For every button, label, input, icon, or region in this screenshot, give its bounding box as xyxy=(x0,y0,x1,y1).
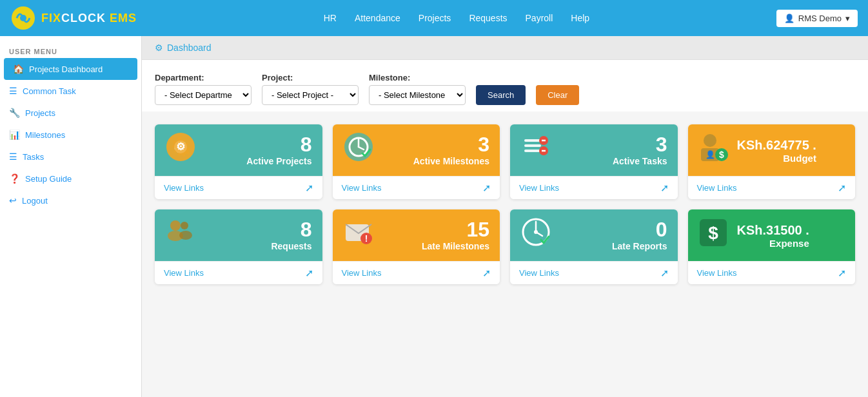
sidebar-label-tasks: Tasks xyxy=(23,152,44,162)
user-name: RMS Demo xyxy=(798,14,842,23)
sidebar-label-milestones: Milestones xyxy=(25,130,65,140)
nav-help[interactable]: Help xyxy=(571,13,589,23)
user-menu[interactable]: 👤 RMS Demo ▾ xyxy=(776,10,858,27)
nav-payroll[interactable]: Payroll xyxy=(526,13,553,23)
card-budget: 👤 $ KSh.624775 . Budget View Links xyxy=(688,124,856,199)
active-milestones-view-link[interactable]: View Links xyxy=(342,183,382,193)
cards-row-1: ⚙ 8 Active Projects View Links ➚ xyxy=(155,124,855,199)
svg-point-24 xyxy=(179,231,192,240)
project-select[interactable]: - Select Project - xyxy=(262,85,359,105)
wrench-icon: 🔧 xyxy=(9,108,20,118)
card-late-milestones-top: ! 15 Late Milestones xyxy=(333,209,500,261)
mail-alert-icon: ! xyxy=(342,215,375,255)
list-icon: ☰ xyxy=(9,86,17,96)
question-icon: ❓ xyxy=(9,173,20,184)
budget-view-link[interactable]: View Links xyxy=(697,183,737,193)
active-milestones-arrow-icon[interactable]: ➚ xyxy=(482,182,491,194)
department-select[interactable]: - Select Departme xyxy=(155,85,252,105)
sidebar-label-projects-dashboard: Projects Dashboard xyxy=(29,64,103,74)
project-label: Project: xyxy=(262,73,359,82)
sidebar-item-projects-dashboard[interactable]: 🏠 Projects Dashboard xyxy=(4,58,137,80)
card-requests-bottom: View Links ➚ xyxy=(155,261,322,284)
late-reports-view-link[interactable]: View Links xyxy=(519,268,559,278)
logo-icon xyxy=(10,5,36,31)
expense-view-link[interactable]: View Links xyxy=(697,268,737,278)
cards-area: ⚙ 8 Active Projects View Links ➚ xyxy=(142,111,868,307)
card-active-tasks: 3 Active Tasks View Links ➚ xyxy=(510,124,678,199)
sidebar-label-logout: Logout xyxy=(22,196,48,206)
top-navigation: FixClock EMS HR Attendance Projects Requ… xyxy=(0,0,868,36)
svg-point-1 xyxy=(20,15,26,21)
sidebar-item-logout[interactable]: ↩ Logout xyxy=(0,189,141,211)
active-projects-arrow-icon[interactable]: ➚ xyxy=(305,182,313,194)
svg-point-21 xyxy=(170,220,181,231)
logout-icon: ↩ xyxy=(9,195,17,206)
svg-rect-11 xyxy=(524,150,541,152)
sidebar-item-milestones[interactable]: 📊 Milestones xyxy=(0,124,141,146)
card-expense-bottom: View Links ➚ xyxy=(688,261,856,284)
active-projects-count: 8 xyxy=(246,134,311,155)
department-filter-group: Department: - Select Departme xyxy=(155,73,252,105)
active-milestones-count: 3 xyxy=(413,134,489,155)
logo: FixClock EMS xyxy=(10,5,137,31)
gear-icon: ⚙ xyxy=(164,130,197,170)
project-filter-group: Project: - Select Project - xyxy=(262,73,359,105)
requests-count: 8 xyxy=(271,219,311,240)
late-milestones-label: Late Milestones xyxy=(422,241,489,251)
bar-chart-icon: 📊 xyxy=(9,130,20,140)
active-milestones-label: Active Milestones xyxy=(413,156,489,166)
svg-text:⚙: ⚙ xyxy=(176,141,185,152)
sidebar-item-setup-guide[interactable]: ❓ Setup Guide xyxy=(0,168,141,189)
dollar-icon: $ xyxy=(697,217,729,255)
clear-button[interactable]: Clear xyxy=(536,85,579,105)
logo-text: FixClock EMS xyxy=(41,12,137,25)
card-active-tasks-bottom: View Links ➚ xyxy=(510,176,678,199)
requests-count-label: 8 Requests xyxy=(271,219,311,251)
expense-amount: KSh.31500 . xyxy=(737,223,809,237)
expense-arrow-icon[interactable]: ➚ xyxy=(838,267,846,279)
svg-text:!: ! xyxy=(364,233,368,244)
active-tasks-view-link[interactable]: View Links xyxy=(519,183,559,193)
sidebar-item-projects[interactable]: 🔧 Projects xyxy=(0,102,141,124)
svg-rect-10 xyxy=(524,144,541,147)
svg-point-16 xyxy=(704,134,716,147)
active-projects-view-link[interactable]: View Links xyxy=(164,183,204,193)
search-button[interactable]: Search xyxy=(476,85,526,105)
budget-arrow-icon[interactable]: ➚ xyxy=(838,182,846,194)
nav-attendance[interactable]: Attendance xyxy=(355,13,400,23)
card-requests-top: 8 Requests xyxy=(155,209,322,261)
breadcrumb: ⚙ Dashboard xyxy=(142,36,868,60)
sidebar-label-projects: Projects xyxy=(25,108,55,118)
department-label: Department: xyxy=(155,73,252,82)
sidebar-label-setup-guide: Setup Guide xyxy=(25,174,72,184)
card-budget-top: 👤 $ KSh.624775 . Budget xyxy=(688,124,856,176)
milestone-select[interactable]: - Select Milestone xyxy=(369,85,466,105)
breadcrumb-icon: ⚙ xyxy=(155,43,163,53)
late-milestones-view-link[interactable]: View Links xyxy=(342,268,382,278)
late-reports-count: 0 xyxy=(612,219,667,240)
late-reports-arrow-icon[interactable]: ➚ xyxy=(660,267,669,279)
nav-hr[interactable]: HR xyxy=(324,13,337,23)
active-tasks-arrow-icon[interactable]: ➚ xyxy=(660,182,669,194)
active-tasks-count: 3 xyxy=(613,134,667,155)
requests-view-link[interactable]: View Links xyxy=(164,268,204,278)
late-reports-label: Late Reports xyxy=(612,241,667,251)
card-late-reports-top: 0 Late Reports xyxy=(510,209,678,261)
svg-point-23 xyxy=(181,222,188,229)
svg-text:👤: 👤 xyxy=(705,150,715,159)
card-late-milestones: ! 15 Late Milestones View Links ➚ xyxy=(333,209,500,284)
requests-arrow-icon[interactable]: ➚ xyxy=(305,267,313,279)
sidebar-item-tasks[interactable]: ☰ Tasks xyxy=(0,146,141,168)
card-active-milestones: 3 Active Milestones View Links ➚ xyxy=(333,124,500,199)
sidebar-item-common-task[interactable]: ☰ Common Task xyxy=(0,80,141,102)
user-icon: 👤 xyxy=(784,14,794,23)
expense-label: Expense xyxy=(769,238,809,249)
active-tasks-count-label: 3 Active Tasks xyxy=(613,134,667,166)
late-milestones-arrow-icon[interactable]: ➚ xyxy=(482,267,491,279)
budget-amount: KSh.624775 . xyxy=(737,138,816,152)
active-milestones-count-label: 3 Active Milestones xyxy=(413,134,489,166)
nav-requests[interactable]: Requests xyxy=(469,13,507,23)
tasks-icon: ☰ xyxy=(9,151,17,162)
nav-projects[interactable]: Projects xyxy=(419,13,451,23)
sidebar-label-common-task: Common Task xyxy=(23,86,76,96)
